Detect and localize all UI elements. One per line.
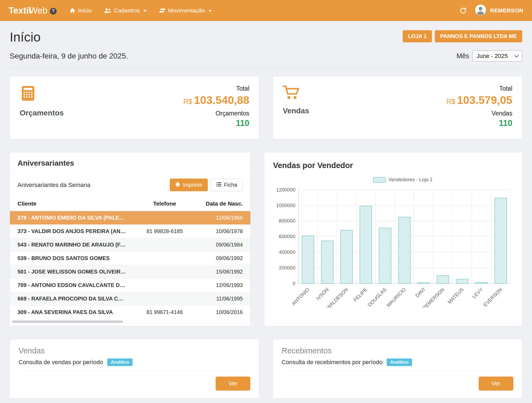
caret-down-icon (209, 10, 212, 12)
user-menu[interactable]: REMERSON (475, 4, 523, 17)
cell-data-nasc: 11/06/1995 (195, 292, 250, 306)
nav-item-movimentacao[interactable]: Movimentação (159, 7, 212, 14)
panel-description: Consulta de recebimentos por período (282, 359, 382, 366)
avatar-icon (475, 4, 486, 17)
shopping-cart-icon (283, 85, 300, 101)
help-icon[interactable]: ? (50, 8, 57, 15)
nav-item-cadastros[interactable]: Cadastros (104, 7, 147, 14)
cell-cliente: 709 - ANTONIO EDSON CAVALCANTE DANTAS (10, 279, 134, 292)
printer-icon (175, 182, 180, 188)
nav-label: Movimentação (168, 7, 205, 14)
total-value: R$103.540,88 (184, 94, 249, 107)
analitico-badge: Analítico (387, 358, 412, 366)
stats-row: Orçamentos Total R$103.540,88 Orçamentos… (10, 76, 522, 139)
table-row[interactable]: 501 - JOSE WELISSON GOMES OLIVEIRA (E…15… (10, 265, 250, 279)
cell-data-nasc: 12/06/1966 (195, 211, 250, 225)
table-row[interactable]: 709 - ANTONIO EDSON CAVALCANTE DANTAS12/… (10, 279, 250, 292)
date-row: Segunda-feira, 9 de junho de 2025. Mês J… (10, 50, 522, 62)
vendas-por-vendedor-card: Vendas por Vendedor 02000004000006000008… (264, 152, 522, 326)
chart-bar (321, 241, 333, 284)
cell-cliente: 278 - ANTONIO EMIDIO DA SILVA (PALESTI… (10, 211, 134, 225)
refresh-button[interactable] (460, 7, 467, 14)
chart-bar (302, 236, 314, 284)
scrollbar-thumb[interactable] (12, 320, 123, 323)
month-label: Mês (457, 52, 469, 60)
cell-data-nasc: 12/06/1993 (195, 279, 250, 292)
month-select[interactable]: June - 2025 (472, 50, 522, 62)
svg-text:MAURICIO: MAURICIO (385, 286, 407, 307)
nav-item-inicio[interactable]: Início (70, 7, 92, 14)
ver-recebimentos-button[interactable]: Ver (479, 377, 513, 391)
svg-text:400000: 400000 (279, 249, 295, 255)
table-row[interactable]: 309 - ANA SEVERINA PAES DA SILVA81 99671… (10, 306, 250, 319)
navbar-right: REMERSON (460, 4, 523, 17)
ficha-button[interactable]: Ficha (210, 179, 243, 191)
cell-data-nasc: 09/06/1984 (195, 238, 250, 252)
caret-down-icon (143, 10, 147, 12)
ver-vendas-button[interactable]: Ver (216, 377, 250, 391)
column-header-cliente: Cliente (10, 197, 134, 211)
nav-label: Início (78, 7, 92, 14)
cell-telefone (134, 292, 195, 306)
svg-text:1200000: 1200000 (276, 187, 295, 193)
vendas-card: Vendas Total R$103.579,05 Vendas 110 (273, 76, 522, 139)
chart-title: Vendas por Vendedor (273, 161, 513, 170)
svg-text:600000: 600000 (279, 234, 295, 239)
current-date: Segunda-feira, 9 de junho de 2025. (10, 52, 128, 60)
legend-label: Vendedores - Loja 1 (388, 177, 433, 182)
cell-telefone (134, 279, 195, 292)
users-icon (104, 8, 111, 13)
aniversariantes-table: Cliente Telefone Data de Nasc. 278 - ANT… (10, 197, 250, 319)
chart-bar (437, 276, 449, 284)
count-label: Vendas (447, 110, 512, 117)
svg-text:IVSON: IVSON (315, 286, 330, 301)
count-value: 110 (447, 118, 512, 128)
divider (10, 68, 522, 69)
aniversariantes-title: Aniversariantes (10, 152, 250, 173)
divider (19, 371, 250, 371)
column-header-data-nasc: Data de Nasc. (195, 197, 250, 211)
legend-swatch (374, 177, 386, 182)
svg-text:DAVI: DAVI (414, 286, 426, 298)
chart-bar (456, 279, 468, 284)
count-value: 110 (184, 118, 249, 128)
table-row[interactable]: 669 - RAFAELA PROCOPIO DA SILVA CARVA…11… (10, 292, 250, 306)
app-logo[interactable]: TextilWeb ? (9, 5, 57, 16)
month-filter: Mês June - 2025 (457, 50, 522, 62)
table-row[interactable]: 278 - ANTONIO EMIDIO DA SILVA (PALESTI…1… (10, 211, 250, 225)
cell-telefone: 81 99828-6185 (134, 225, 195, 238)
cell-telefone (134, 238, 195, 252)
svg-text:MATEUS: MATEUS (446, 286, 465, 305)
horizontal-scrollbar[interactable] (12, 320, 248, 324)
store-button[interactable]: LOJA 1 (403, 30, 432, 42)
cell-cliente: 543 - RENATO MARINHO DE ARAUJO (FAZE… (10, 238, 134, 252)
cell-data-nasc: 10/06/1978 (195, 225, 250, 238)
cell-data-nasc: 10/06/2016 (195, 306, 250, 319)
stat-card-title: Vendas (283, 107, 309, 115)
cell-cliente: 539 - BRUNO DOS SANTOS GOMES (10, 252, 134, 265)
sales-bar-chart: 020000040000060000080000010000001200000A… (273, 174, 513, 308)
chart-bar (418, 283, 430, 283)
list-icon (216, 182, 221, 188)
cell-cliente: 373 - VALDIR DOS ANJOS PEREIRA (ANGELA) (10, 225, 134, 238)
chart-bar (360, 206, 372, 283)
table-row[interactable]: 543 - RENATO MARINHO DE ARAUJO (FAZE…09/… (10, 238, 250, 252)
recebimentos-panel: Recebimentos Consulta de recebimentos po… (273, 339, 522, 398)
aniversariantes-subtitle: Aniversariantes da Semana (18, 182, 90, 189)
total-value: R$103.579,05 (447, 94, 512, 107)
cell-data-nasc: 09/06/1992 (195, 252, 250, 265)
username-label: REMERSON (490, 7, 523, 14)
chart-bar (341, 230, 353, 284)
cell-telefone (134, 252, 195, 265)
imprimir-button[interactable]: Imprimir (170, 179, 208, 191)
svg-text:FELIPE: FELIPE (352, 286, 368, 302)
svg-text:0: 0 (293, 281, 295, 286)
table-row[interactable]: 373 - VALDIR DOS ANJOS PEREIRA (ANGELA)8… (10, 225, 250, 238)
cell-telefone: 81 99671-4146 (134, 306, 195, 319)
table-row[interactable]: 539 - BRUNO DOS SANTOS GOMES09/06/1992 (10, 252, 250, 265)
cell-cliente: 669 - RAFAELA PROCOPIO DA SILVA CARVA… (10, 292, 134, 306)
nav-label: Cadastros (114, 7, 140, 14)
cell-cliente: 309 - ANA SEVERINA PAES DA SILVA (10, 306, 134, 319)
page-container: Início LOJA 1 PANNOS E PANNOS LTDA ME Se… (0, 21, 532, 398)
company-button[interactable]: PANNOS E PANNOS LTDA ME (435, 30, 522, 42)
